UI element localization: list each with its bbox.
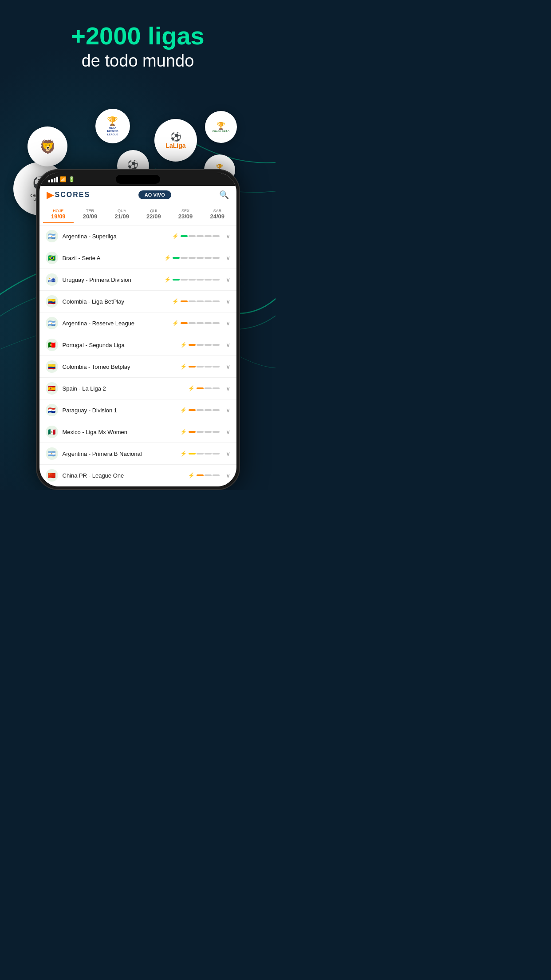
indicator [189, 453, 196, 454]
table-row[interactable]: 🇦🇷 Argentina - Primera B Nacional ⚡ ∨ [39, 443, 236, 465]
league-icon: 🇵🇾 [46, 404, 58, 416]
tab-hoje-date: 19/09 [44, 213, 73, 220]
bubble-laliga[interactable]: ⚽ LaLiga [154, 119, 197, 162]
tab-qua-date: 21/09 [107, 213, 137, 220]
indicator [197, 235, 204, 237]
table-row[interactable]: 🇵🇹 Portugal - Segunda Liga ⚡ ∨ [39, 334, 236, 356]
table-row[interactable]: 🇲🇽 Mexico - Liga Mx Women ⚡ ∨ [39, 421, 236, 443]
bubble-europa[interactable]: 🏆 UEFAEUROPALEAGUE [95, 109, 130, 143]
league-name: Paraguay - Division 1 [63, 407, 176, 414]
search-icon[interactable]: 🔍 [219, 190, 229, 200]
chevron-down-icon: ∨ [226, 341, 230, 348]
indicator [189, 257, 196, 259]
league-icon: 🇦🇷 [46, 317, 58, 329]
chevron-down-icon: ∨ [226, 428, 230, 435]
battery-icon: 🔋 [68, 176, 75, 182]
tab-ter[interactable]: TER 20/09 [75, 206, 106, 223]
chevron-down-icon: ∨ [226, 407, 230, 414]
header-title-green: +2000 ligas [71, 22, 204, 50]
tab-qui-day: QUI [139, 209, 169, 213]
match-indicators: ⚡ [172, 233, 220, 239]
tab-sab-date: 24/09 [203, 213, 232, 220]
table-row[interactable]: 🇨🇴 Colombia - Torneo Betplay ⚡ ∨ [39, 356, 236, 378]
indicator [197, 344, 204, 346]
indicator [197, 453, 204, 454]
league-icon: 🇦🇷 [46, 230, 58, 242]
indicator [213, 431, 220, 433]
indicator [213, 300, 220, 302]
chevron-down-icon: ∨ [226, 385, 230, 392]
match-indicators: ⚡ [172, 320, 220, 326]
indicator [205, 387, 212, 389]
lightning-icon: ⚡ [180, 407, 187, 413]
table-row[interactable]: 🇺🇾 Uruguay - Primera Division ⚡ ∨ [39, 269, 236, 291]
league-icon: 🇺🇾 [46, 273, 58, 286]
indicator [205, 257, 212, 259]
indicator [181, 257, 188, 259]
league-name: Argentina - Primera B Nacional [63, 450, 176, 457]
indicator [181, 322, 188, 324]
tab-sex-date: 23/09 [171, 213, 200, 220]
date-tabs-bar: HOJE 19/09 TER 20/09 QUA 21/09 QUI 22/09… [39, 204, 236, 225]
bubble-brasileirao[interactable]: 🏆 BRASILEIRÃO [205, 111, 237, 143]
signal-bars [48, 177, 58, 182]
indicator [197, 474, 204, 476]
tab-sex[interactable]: SEX 23/09 [170, 206, 201, 223]
league-name: Argentina - Reserve League [63, 320, 168, 327]
lightning-icon: ⚡ [180, 429, 187, 435]
table-row[interactable]: 🇨🇴 Colombia - Liga BetPlay ⚡ ∨ [39, 291, 236, 312]
table-row[interactable]: 🇵🇾 Paraguay - Division 1 ⚡ ∨ [39, 399, 236, 421]
chevron-down-icon: ∨ [226, 254, 230, 261]
chevron-down-icon: ∨ [226, 276, 230, 283]
league-name: Uruguay - Primera Division [63, 277, 160, 283]
app-header: ▶ SCORES AO VIVO 🔍 [39, 186, 236, 204]
match-indicators: ⚡ [172, 298, 220, 304]
league-icon: 🇦🇷 [46, 447, 58, 460]
indicator [197, 387, 204, 389]
league-name: Colombia - Liga BetPlay [63, 298, 168, 305]
league-name: China PR - League One [63, 472, 184, 479]
table-row[interactable]: 🇦🇷 Argentina - Superliga ⚡ ∨ [39, 225, 236, 247]
tab-ter-day: TER [75, 209, 105, 213]
phone-mockup: 📶 🔋 ▶ SCORES AO VIVO 🔍 HOJE 19/09 [36, 169, 240, 490]
lightning-icon: ⚡ [172, 320, 179, 326]
tab-hoje-day: HOJE [44, 209, 73, 213]
indicator [205, 431, 212, 433]
header-subtitle: de todo mundo [0, 51, 276, 71]
tab-qui-date: 22/09 [139, 213, 169, 220]
tab-hoje[interactable]: HOJE 19/09 [43, 206, 74, 223]
tab-qui[interactable]: QUI 22/09 [138, 206, 169, 223]
indicator [205, 366, 212, 368]
indicator [173, 257, 180, 259]
league-icon: 🇨🇴 [46, 360, 58, 373]
match-indicators: ⚡ [188, 472, 220, 478]
match-indicators: ⚡ [180, 407, 220, 413]
indicator [189, 300, 196, 302]
match-indicators: ⚡ [188, 385, 220, 391]
league-name: Spain - La Liga 2 [63, 385, 184, 392]
table-row[interactable]: 🇨🇳 China PR - League One ⚡ ∨ [39, 465, 236, 486]
league-icon: 🇪🇸 [46, 382, 58, 395]
chevron-down-icon: ∨ [226, 472, 230, 479]
ao-vivo-button[interactable]: AO VIVO [138, 190, 171, 199]
tab-qua[interactable]: QUA 21/09 [106, 206, 138, 223]
tab-ter-date: 20/09 [75, 213, 105, 220]
bubble-premier[interactable]: 🦁 [28, 126, 67, 166]
lightning-icon: ⚡ [164, 255, 171, 261]
signal-bar-1 [48, 180, 50, 182]
indicator [189, 235, 196, 237]
league-icon: 🇨🇳 [46, 469, 58, 482]
chevron-down-icon: ∨ [226, 298, 230, 305]
table-row[interactable]: 🇪🇸 Spain - La Liga 2 ⚡ ∨ [39, 378, 236, 399]
indicator [197, 279, 204, 281]
table-row[interactable]: 🇧🇷 Brazil - Serie A ⚡ ∨ [39, 247, 236, 269]
indicator [205, 453, 212, 454]
signal-status: 📶 🔋 [48, 176, 75, 182]
lightning-icon: ⚡ [180, 450, 187, 457]
match-indicators: ⚡ [164, 255, 220, 261]
league-icon: 🇧🇷 [46, 252, 58, 264]
tab-sex-day: SEX [171, 209, 200, 213]
wifi-icon: 📶 [60, 176, 67, 182]
tab-sab[interactable]: SAB 24/09 [202, 206, 233, 223]
table-row[interactable]: 🇦🇷 Argentina - Reserve League ⚡ ∨ [39, 312, 236, 334]
